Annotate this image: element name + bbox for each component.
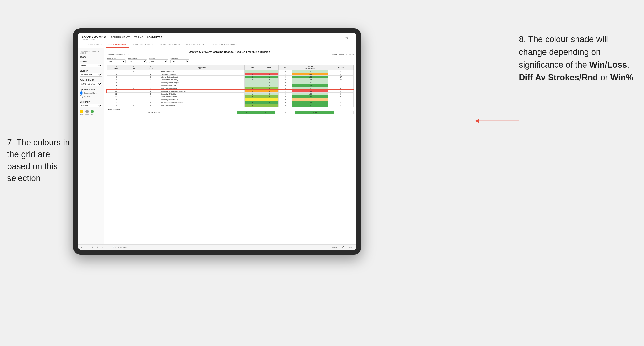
- table-cell: Auburn University: [160, 70, 244, 73]
- table-cell: -: [126, 76, 142, 78]
- tablet-screen: SCOREBOARD Powered by clippd TOURNAMENTS…: [78, 33, 356, 250]
- legend-label-down: Down: [80, 114, 83, 115]
- sidebar: Last Updated: 27/03/2024 16:55:38 Team G…: [78, 48, 104, 244]
- table-cell: Texas Tech University: [160, 95, 244, 98]
- watch-button[interactable]: Watch ▾: [330, 246, 339, 249]
- nav-tournaments[interactable]: TOURNAMENTS: [111, 35, 130, 40]
- table-cell: 0: [278, 81, 292, 84]
- table-cell: 9: [107, 84, 126, 87]
- table-cell: Florida State University: [160, 78, 244, 81]
- table-cell: -: [126, 87, 142, 90]
- table-cell: -1.00: [292, 98, 328, 101]
- table-cell: 3: [142, 93, 160, 95]
- view-original-button[interactable]: 📄 View: Original: [112, 246, 128, 249]
- paste-button[interactable]: ⌗: [101, 246, 104, 249]
- region-select[interactable]: (All): [149, 59, 168, 63]
- table-cell: 1.83: [292, 78, 328, 81]
- colour-legend: Down Level Up: [80, 110, 102, 115]
- legend-dot-up: [91, 110, 94, 113]
- col-loss: Loss: [260, 65, 278, 70]
- gender-select[interactable]: Men's: [80, 64, 102, 67]
- subnav-player-h2h-heatmap[interactable]: PLAYER H2H HEATMAP: [209, 42, 240, 48]
- table-cell: 15: [107, 101, 126, 104]
- table-row: 6-2Florida State University4201.8312: [107, 78, 354, 81]
- colour-by-select[interactable]: Win/loss: [80, 104, 102, 108]
- sidebar-division-section: Division NCAA Division I: [80, 70, 102, 77]
- table-cell: 5: [244, 76, 260, 78]
- table-cell: 3: [244, 95, 260, 98]
- table-cell: 17: [328, 76, 354, 78]
- out-of-division-label: Out of division: [107, 108, 354, 110]
- table-cell: 2.61: [292, 87, 328, 90]
- table-cell: -: [126, 95, 142, 98]
- table-cell: 2: [142, 104, 160, 107]
- division-label: Division: [80, 70, 102, 72]
- timer-button[interactable]: ⏱: [106, 246, 110, 249]
- subnav-team-h2h-grid[interactable]: TEAM H2H GRID: [106, 42, 129, 48]
- table-cell: 2: [142, 81, 160, 84]
- legend-level: Level: [85, 110, 88, 115]
- comment-button[interactable]: 💬: [341, 246, 345, 249]
- table-cell: -: [126, 93, 142, 95]
- subnav-team-summary[interactable]: TEAM SUMMARY: [82, 42, 106, 48]
- nav-teams[interactable]: TEAMS: [134, 35, 143, 40]
- radio-top100[interactable]: Top 100: [80, 95, 102, 98]
- table-cell: 0: [278, 76, 292, 78]
- app-header: SCOREBOARD Powered by clippd TOURNAMENTS…: [78, 33, 356, 42]
- subnav-player-h2h-grid[interactable]: PLAYER H2H GRID: [184, 42, 209, 48]
- table-cell: 4: [260, 73, 278, 76]
- conference-label: Conference: [128, 57, 147, 59]
- table-row: 3-2Vanderbilt University040-2.298: [107, 73, 354, 76]
- forward-button[interactable]: ⟩: [91, 246, 94, 249]
- table-row: 14-2University of Oklahoma110-1.003: [107, 98, 354, 101]
- table-cell: 16: [107, 104, 126, 107]
- subnav-team-h2h-heatmap[interactable]: TEAM H2H HEATMAP: [129, 42, 157, 48]
- table-cell: 1: [260, 90, 278, 93]
- subnav-player-summary[interactable]: PLAYER SUMMARY: [157, 42, 184, 48]
- undo-button[interactable]: ↩: [80, 246, 84, 249]
- table-cell: 1.67: [292, 70, 328, 73]
- table-cell: 10: [107, 87, 126, 90]
- table-row: 15-4Georgia Institute of Technology5004.…: [107, 101, 354, 104]
- radio-opponents-played[interactable]: Opponents Played: [80, 91, 102, 95]
- table-cell: 4: [142, 101, 160, 104]
- table-cell: 2: [260, 78, 278, 81]
- table-cell: -: [126, 104, 142, 107]
- table-row: 2-1Auburn University2101.679: [107, 70, 354, 73]
- ood-cell: NCAA Division II: [147, 111, 237, 114]
- table-cell: 3: [328, 81, 354, 84]
- table-cell: 2: [142, 78, 160, 81]
- opponents-select[interactable]: (All): [107, 59, 126, 63]
- grid-title: University of North Carolina Head-to-Hea…: [107, 50, 354, 53]
- table-cell: 9.00: [292, 84, 328, 87]
- nav-committee[interactable]: COMMITTEE: [147, 35, 162, 40]
- table-cell: 0: [278, 93, 292, 95]
- table-cell: 2: [142, 73, 160, 76]
- bottom-toolbar: ↩ ↪ ⟩ ⧉ ⌗ ⏱ 📄 View: Original Watch ▾ 💬 S…: [78, 244, 356, 250]
- legend-down: Down: [80, 110, 83, 115]
- redo-button[interactable]: ↪: [86, 246, 89, 249]
- sidebar-team-label: Team: [80, 56, 102, 58]
- col-diff: Diff AvStrokes/Rnd: [292, 65, 328, 70]
- table-cell: 0: [278, 73, 292, 76]
- sign-out-button[interactable]: | Sign out: [344, 36, 353, 39]
- school-select[interactable]: 1. University of Nort...: [80, 82, 102, 86]
- table-row: 13-1Texas Tech University3005.569: [107, 95, 354, 98]
- opponent-select[interactable]: (All): [170, 59, 189, 63]
- legend-up: Up: [91, 110, 94, 115]
- table-cell: 13: [107, 95, 126, 98]
- col-conf: #Conf: [142, 65, 160, 70]
- copy-button[interactable]: ⧉: [96, 246, 99, 249]
- share-button[interactable]: Share: [347, 246, 354, 249]
- last-updated: Last Updated: 27/03/2024 16:55:38: [80, 50, 102, 54]
- table-cell: -: [126, 73, 142, 76]
- tablet-frame: SCOREBOARD Powered by clippd TOURNAMENTS…: [73, 28, 361, 255]
- legend-label-level: Level: [85, 114, 88, 115]
- conference-select[interactable]: (All): [128, 59, 147, 63]
- table-cell: 0: [278, 87, 292, 90]
- division-select[interactable]: NCAA Division I: [80, 73, 102, 77]
- table-cell: 3: [244, 87, 260, 90]
- opponent-filter: Opponent (All): [170, 57, 189, 63]
- sidebar-team-section: Team: [80, 56, 102, 58]
- table-cell: 1: [142, 84, 160, 87]
